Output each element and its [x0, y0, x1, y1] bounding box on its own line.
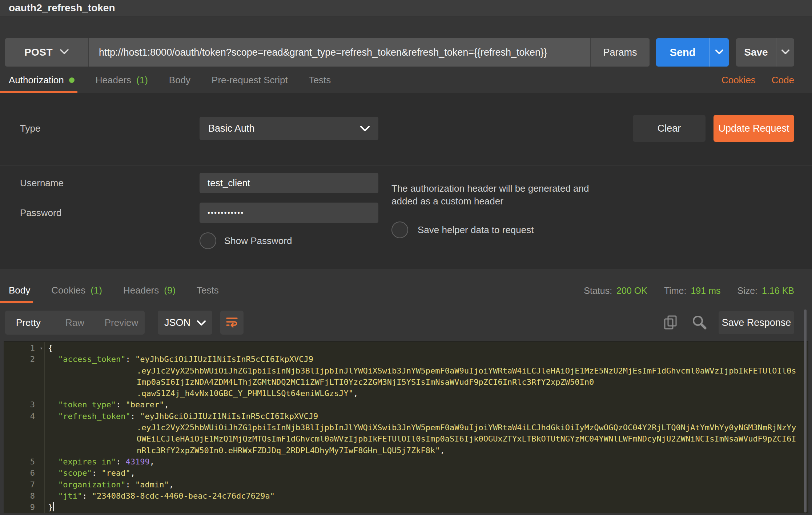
tab-response-tests[interactable]: Tests: [197, 285, 219, 303]
chevron-down-icon: [60, 49, 69, 56]
username-value: test_client: [208, 177, 250, 189]
code-line: 7"organization": "admin",: [4, 479, 808, 490]
method-select[interactable]: POST: [5, 38, 88, 67]
response-body-editor[interactable]: 1▾{2"access_token": "eyJhbGciOiJIUzI1NiI…: [4, 341, 808, 513]
url-input[interactable]: http://host1:8000/oauth/token?scope=read…: [88, 38, 591, 67]
send-options-button[interactable]: [709, 38, 729, 67]
line-number[interactable]: 1▾: [4, 342, 45, 354]
code-line: Imp0aSI6IjIzNDA4ZDM4LThjZGMtNDQ2MC1iZWFj…: [4, 376, 808, 388]
active-auth-dot: [69, 77, 75, 83]
code-line: OWEiLCJleHAiOjE1MzQ1MjQzMTQsImF1dGhvcml0…: [4, 433, 808, 444]
tab-label: Headers: [123, 285, 159, 296]
tab-count: (1): [91, 285, 102, 296]
line-number: [4, 445, 45, 456]
tab-authorization[interactable]: Authorization: [0, 75, 75, 93]
line-number: 8: [4, 490, 45, 502]
wrap-lines-button[interactable]: [220, 311, 244, 335]
view-pretty-button[interactable]: Pretty: [5, 311, 52, 335]
chevron-down-icon: [781, 49, 789, 56]
line-number: [4, 422, 45, 433]
password-field[interactable]: •••••••••••: [200, 203, 378, 223]
tab-headers[interactable]: Headers (1): [96, 75, 148, 93]
url-value: http://host1:8000/oauth/token?scope=read…: [99, 47, 547, 58]
save-helper-label: Save helper data to request: [418, 224, 534, 236]
code-line: 5"expires_in": 43199,: [4, 456, 808, 467]
response-panel: Body Cookies (1) Headers (9) Tests Statu…: [0, 269, 812, 513]
view-mode-switch: Pretty Raw Preview: [5, 311, 145, 335]
params-button[interactable]: Params: [591, 38, 650, 67]
auth-type-select[interactable]: Basic Auth: [200, 117, 378, 140]
status-value: 200 OK: [616, 286, 647, 296]
tab-pre-request-script[interactable]: Pre-request Script: [212, 75, 288, 93]
request-url-bar: POST http://host1:8000/oauth/token?scope…: [5, 38, 794, 67]
time-badge: Time: 191 ms: [664, 286, 721, 296]
save-helper-toggle[interactable]: [391, 221, 408, 238]
code-line: nRlc3RfY2xpZW50In0.eHRWxFZDJDq_2RDPL4Dhy…: [4, 445, 808, 456]
code-link[interactable]: Code: [772, 75, 794, 86]
code-text: "organization": "admin",: [45, 479, 174, 490]
show-password-row: Show Password: [200, 232, 378, 249]
code-text: "expires_in": 43199,: [45, 456, 154, 467]
search-icon: [692, 315, 707, 331]
vertical-scrollbar[interactable]: [804, 310, 807, 512]
cookies-link[interactable]: Cookies: [721, 75, 756, 86]
type-label: Type: [20, 123, 200, 134]
format-select[interactable]: JSON: [158, 311, 212, 335]
password-value: •••••••••••: [208, 209, 244, 217]
save-button-group: Save: [736, 38, 794, 67]
format-value: JSON: [164, 317, 190, 328]
save-options-button[interactable]: [776, 38, 794, 67]
search-response-button[interactable]: [692, 315, 707, 331]
code-text: }: [45, 502, 54, 513]
response-meta: Status: 200 OK Time: 191 ms Size: 1.16 K…: [584, 286, 794, 303]
chevron-down-icon: [360, 123, 370, 134]
code-line: 3"token_type": "bearer",: [4, 399, 808, 410]
tab-label: Tests: [197, 285, 219, 296]
code-text: "token_type": "bearer",: [45, 399, 169, 410]
view-raw-button[interactable]: Raw: [52, 311, 98, 335]
send-button[interactable]: Send: [656, 38, 709, 67]
code-text: OWEiLCJleHAiOjE1MzQ1MjQzMTQsImF1dGhvcml0…: [45, 433, 796, 444]
code-text: nRlc3RfY2xpZW50In0.eHRWxFZDJDq_2RDPL4Dhy…: [45, 445, 445, 456]
save-response-button[interactable]: Save Response: [719, 311, 794, 334]
auth-type-row: Type Basic Auth Clear Update Request: [0, 93, 812, 165]
request-links: Cookies Code: [721, 75, 794, 93]
copy-icon: [663, 315, 678, 331]
line-number: 9: [4, 502, 45, 513]
tab-body[interactable]: Body: [169, 75, 190, 93]
method-label: POST: [24, 47, 53, 58]
tab-tests[interactable]: Tests: [309, 75, 331, 93]
note-line-1: The authorization header will be generat…: [391, 183, 589, 194]
tab-label: Cookies: [51, 285, 85, 296]
tab-label: Authorization: [9, 75, 64, 86]
code-line: 9}: [4, 502, 808, 513]
line-number: [4, 365, 45, 376]
password-label: Password: [20, 207, 200, 219]
line-number: [4, 388, 45, 399]
postman-app: oauth2_refresh_token POST http://host1:8…: [0, 0, 812, 515]
line-number: 2: [4, 354, 45, 365]
tab-count: (1): [136, 75, 148, 86]
tab-response-body[interactable]: Body: [0, 285, 30, 303]
tab-label: Body: [169, 75, 190, 86]
code-line: 2"access_token": "eyJhbGciOiJIUzI1NiIsIn…: [4, 354, 808, 365]
show-password-toggle[interactable]: [200, 232, 216, 249]
copy-response-button[interactable]: [663, 315, 678, 331]
tab-response-cookies[interactable]: Cookies (1): [51, 285, 102, 303]
clear-button[interactable]: Clear: [633, 115, 706, 142]
code-text: .eyJ1c2VyX25hbWUiOiJhZG1pbiIsInNjb3BlIjp…: [45, 365, 796, 376]
tab-response-headers[interactable]: Headers (9): [123, 285, 176, 303]
username-field[interactable]: test_client: [200, 173, 378, 193]
auth-helper-column: The authorization header will be generat…: [391, 173, 589, 249]
line-number: 4: [4, 411, 45, 422]
authorization-panel: Type Basic Auth Clear Update Request Use…: [0, 93, 812, 269]
auth-helper-note: The authorization header will be generat…: [391, 182, 589, 208]
view-preview-button[interactable]: Preview: [98, 311, 145, 335]
auth-credentials: Username test_client Password ••••••••••…: [0, 165, 812, 269]
save-button[interactable]: Save: [736, 38, 776, 67]
credentials-fields: Username test_client Password ••••••••••…: [20, 173, 378, 249]
line-number: [4, 376, 45, 388]
update-request-button[interactable]: Update Request: [713, 115, 794, 142]
collapse-caret-icon[interactable]: ▾: [40, 343, 43, 354]
username-label: Username: [20, 177, 200, 189]
